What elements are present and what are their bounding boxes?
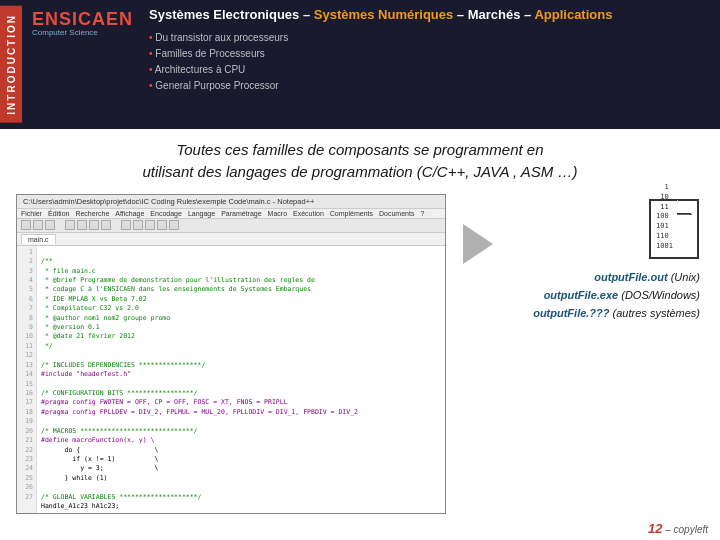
toolbar-btn[interactable] [145,220,155,230]
output-unix: outputFile.out (Unix) [594,271,700,283]
toolbar-btn[interactable] [89,220,99,230]
menu-fichier[interactable]: Fichier [21,210,42,217]
toolbar-btn[interactable] [133,220,143,230]
title-part1: Systèmes Electroniques – [149,7,314,22]
editor-tab-main[interactable]: main.c [21,234,56,244]
output-dos: outputFile.exe (DOS/Windows) [544,289,700,301]
output-other-suffix: (autres systèmes) [610,307,700,319]
bullet-list: Du transistor aux processeurs Familles d… [149,30,710,94]
bullet-item: Du transistor aux processeurs [149,30,710,46]
bullet-item: Familles de Processeurs [149,46,710,62]
output-labels: outputFile.out (Unix) outputFile.exe (DO… [533,271,704,319]
menu-macro[interactable]: Macro [268,210,287,217]
output-other-filename: outputFile.??? [533,307,609,319]
line-numbers: 1234567891011121314151617181920212223242… [17,246,37,514]
menu-complements[interactable]: Compléments [330,210,373,217]
header-content: Systèmes Electroniques – Systèmes Numéri… [149,6,710,94]
page-number: 12 [648,521,662,536]
code-content: /** * file main.c * @brief Programme de … [37,246,445,514]
bullet-item: Architectures à CPU [149,62,710,78]
toolbar-btn[interactable] [65,220,75,230]
two-col-layout: C:\Users\admin\Desktop\projet\doc\IC Cod… [16,194,704,515]
file-fold [677,200,692,215]
toolbar-btn[interactable] [121,220,131,230]
toolbar-btn[interactable] [33,220,43,230]
menu-parametrage[interactable]: Paramétrage [221,210,261,217]
menu-recherche[interactable]: Recherche [75,210,109,217]
title-part4: Applications [534,7,612,22]
output-dos-filename: outputFile.exe [544,289,619,301]
ensicaen-logo: ENSICAEN [32,10,133,28]
footer: 12 – copyleft [648,521,708,536]
menu-affichage[interactable]: Affichage [115,210,144,217]
output-unix-filename: outputFile.out [594,271,667,283]
intro-paragraph: Toutes ces familles de composants se pro… [16,139,704,184]
menu-help[interactable]: ? [420,210,424,217]
toolbar-btn[interactable] [157,220,167,230]
editor-body: 1234567891011121314151617181920212223242… [17,246,445,514]
toolbar-btn[interactable] [77,220,87,230]
bullet-item: General Purpose Processor [149,78,710,94]
file-icon-area: 1 10 11 100 101 110 1001 [649,194,704,259]
footer-separator: – [662,524,673,535]
arrow-area [458,194,498,264]
output-other: outputFile.??? (autres systèmes) [533,307,700,319]
right-panel: 1 10 11 100 101 110 1001 outputFile.out [510,194,704,319]
title-part3: – Marchés – [453,7,534,22]
slide-title: Systèmes Electroniques – Systèmes Numéri… [149,6,710,24]
output-dos-suffix: (DOS/Windows) [618,289,700,301]
editor-titlebar: C:\Users\admin\Desktop\projet\doc\IC Cod… [17,195,445,209]
binary-file-icon: 1 10 11 100 101 110 1001 [649,194,704,259]
menu-documents[interactable]: Documents [379,210,414,217]
arrow-right-icon [463,224,493,264]
toolbar-btn[interactable] [101,220,111,230]
sidebar-introduction-label: INTRODUCTION [0,6,22,123]
logo-subtitle: Computer Science [32,28,98,38]
logo-area: ENSICAEN Computer Science [32,6,133,38]
header: INTRODUCTION ENSICAEN Computer Science S… [0,0,720,129]
output-unix-suffix: (Unix) [668,271,700,283]
binary-content: 1 10 11 100 101 110 1001 [656,183,673,252]
menu-edition[interactable]: Édition [48,210,69,217]
menu-langage[interactable]: Langage [188,210,215,217]
menu-encodage[interactable]: Encodage [150,210,182,217]
title-part2: Systèmes Numériques [314,7,453,22]
file-body: 1 10 11 100 101 110 1001 [649,199,699,259]
menu-execution[interactable]: Exécution [293,210,324,217]
editor-tabs: main.c [17,233,445,246]
editor-toolbar [17,219,445,233]
footer-suffix: copyleft [674,524,708,535]
toolbar-btn[interactable] [45,220,55,230]
code-editor: C:\Users\admin\Desktop\projet\doc\IC Cod… [16,194,446,515]
toolbar-btn[interactable] [169,220,179,230]
main-content: Toutes ces familles de composants se pro… [0,129,720,521]
editor-menubar: Fichier Édition Recherche Affichage Enco… [17,209,445,219]
toolbar-btn[interactable] [21,220,31,230]
